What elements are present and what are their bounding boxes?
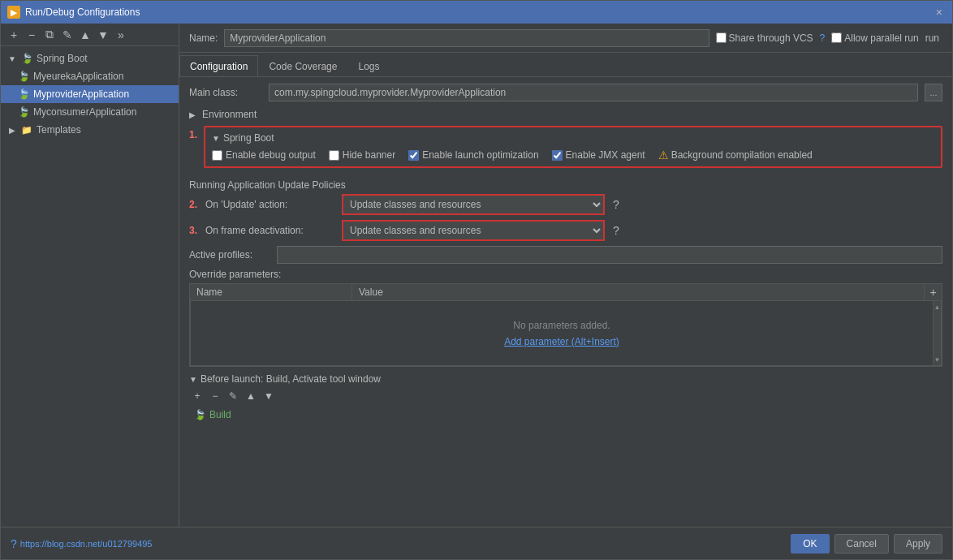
col-value-header: Value	[352, 284, 924, 300]
tab-bar: Configuration Code Coverage Logs	[179, 53, 952, 77]
active-profiles-row: Active profiles:	[189, 246, 942, 264]
allow-parallel-checkbox[interactable]	[831, 32, 842, 43]
dialog-title: Run/Debug Configurations	[25, 6, 140, 18]
enable-launch-checkbox-label[interactable]: Enable launch optimization	[408, 149, 538, 161]
add-parameter-link[interactable]: Add parameter (Alt+Insert)	[504, 336, 619, 347]
active-profiles-label: Active profiles:	[189, 249, 270, 261]
tab-logs[interactable]: Logs	[347, 55, 390, 76]
myconsumer-label: MyconsumerApplication	[33, 106, 136, 118]
right-panel: Name: Share through VCS ? Allow parallel…	[179, 24, 952, 527]
down-before-launch-button[interactable]: ▼	[261, 388, 277, 404]
templates-icon: 📁	[20, 123, 33, 136]
hide-banner-checkbox[interactable]	[329, 150, 339, 161]
sidebar: + − ⧉ ✎ ▲ ▼ » ▼ 🍃 Spring Boot 🍃 Myeureka…	[1, 24, 179, 527]
edit-config-button[interactable]: ✎	[59, 27, 75, 43]
enable-debug-checkbox-label[interactable]: Enable debug output	[212, 149, 316, 161]
edit-before-launch-button[interactable]: ✎	[225, 388, 241, 404]
up-before-launch-button[interactable]: ▲	[243, 388, 259, 404]
name-row: Name: Share through VCS ? Allow parallel…	[179, 24, 952, 53]
main-class-label: Main class:	[189, 87, 262, 98]
enable-launch-checkbox[interactable]	[408, 150, 419, 161]
hide-banner-text: Hide banner	[343, 149, 395, 161]
add-parameter-button[interactable]: +	[924, 284, 942, 300]
sidebar-item-myeureka[interactable]: 🍃 MyeurekaApplication	[1, 67, 179, 85]
frame-deactivation-label: On frame deactivation:	[205, 225, 335, 236]
ok-button[interactable]: OK	[791, 534, 829, 554]
footer-left: ? https://blog.csdn.net/u012799495	[11, 537, 152, 550]
table-scrollbar: ▲ ▼	[934, 301, 942, 366]
header-options: Share through VCS ? Allow parallel run r…	[716, 32, 942, 44]
enable-jmx-text: Enable JMX agent	[566, 149, 645, 161]
step2-label: 2.	[189, 199, 197, 210]
allow-parallel-label[interactable]: Allow parallel run	[831, 32, 918, 44]
enable-debug-checkbox[interactable]	[212, 150, 222, 161]
override-parameters-section: Override parameters: Name Value + No par…	[189, 269, 942, 367]
close-icon[interactable]: ×	[933, 4, 946, 20]
before-launch-section: ▼ Before launch: Build, Activate tool wi…	[189, 373, 942, 422]
name-input[interactable]	[224, 29, 709, 47]
update-action-label: On 'Update' action:	[205, 199, 335, 210]
frame-deactivation-help-icon[interactable]: ?	[613, 224, 619, 237]
browse-main-class-button[interactable]: ...	[925, 84, 942, 101]
tab-configuration[interactable]: Configuration	[179, 55, 258, 76]
dialog-footer: ? https://blog.csdn.net/u012799495 OK Ca…	[1, 527, 952, 559]
update-action-select[interactable]: Update classes and resources Update trig…	[343, 196, 603, 213]
name-label: Name:	[189, 32, 218, 44]
share-vcs-help[interactable]: ?	[820, 32, 826, 44]
allow-parallel-text-overflow: run	[925, 32, 939, 44]
cancel-button[interactable]: Cancel	[834, 534, 889, 554]
enable-launch-text: Enable launch optimization	[422, 149, 538, 161]
enable-jmx-checkbox-label[interactable]: Enable JMX agent	[552, 149, 645, 161]
allow-parallel-text: Allow parallel run	[844, 32, 918, 44]
running-policies-title: Running Application Update Policies	[189, 179, 942, 191]
main-class-input[interactable]	[269, 84, 918, 101]
enable-jmx-checkbox[interactable]	[552, 150, 563, 161]
spring-boot-chevron-icon: ▼	[212, 134, 220, 143]
share-vcs-checkbox[interactable]	[716, 32, 727, 43]
no-parameters-text: No parameters added.	[513, 320, 610, 331]
footer-link[interactable]: https://blog.csdn.net/u012799495	[20, 539, 153, 549]
override-parameters-label: Override parameters:	[189, 269, 942, 280]
apply-button[interactable]: Apply	[894, 534, 942, 554]
myprovider-icon: 🍃	[17, 88, 30, 101]
frame-deactivation-select[interactable]: Update classes and resources Update trig…	[343, 222, 603, 239]
environment-section: ▶ Environment	[189, 106, 942, 123]
sidebar-item-myprovider[interactable]: 🍃 MyproviderApplication	[1, 85, 179, 103]
build-label: Build	[209, 409, 231, 420]
remove-config-button[interactable]: −	[24, 27, 40, 43]
parameters-table: Name Value + No parameters added. Add pa…	[189, 283, 942, 367]
move-up-button[interactable]: ▲	[77, 27, 93, 43]
hide-banner-checkbox-label[interactable]: Hide banner	[329, 149, 395, 161]
active-profiles-input[interactable]	[277, 246, 942, 264]
share-vcs-label[interactable]: Share through VCS	[716, 32, 813, 44]
table-body-container: No parameters added. Add parameter (Alt+…	[190, 301, 942, 366]
before-launch-toggle[interactable]: ▼ Before launch: Build, Activate tool wi…	[189, 373, 942, 385]
myeureka-label: MyeurekaApplication	[33, 71, 123, 82]
scroll-up-button[interactable]: ▲	[934, 301, 941, 312]
add-before-launch-button[interactable]: +	[189, 388, 205, 404]
add-config-button[interactable]: +	[6, 27, 22, 43]
copy-config-button[interactable]: ⧉	[41, 27, 58, 43]
remove-before-launch-button[interactable]: −	[207, 388, 223, 404]
myconsumer-icon: 🍃	[17, 106, 30, 118]
col-name-header: Name	[190, 284, 352, 300]
more-button[interactable]: »	[113, 27, 129, 43]
build-icon: 🍃	[194, 409, 206, 420]
scroll-down-button[interactable]: ▼	[934, 354, 941, 365]
update-action-help-icon[interactable]: ?	[613, 198, 619, 211]
sidebar-item-myconsumer[interactable]: 🍃 MyconsumerApplication	[1, 103, 179, 121]
step1-label: 1.	[189, 129, 197, 140]
bg-compilation-row: ⚠ Background compilation enabled	[658, 149, 813, 162]
environment-toggle[interactable]: ▶ Environment	[189, 106, 942, 123]
move-down-button[interactable]: ▼	[95, 27, 111, 43]
sidebar-item-templates[interactable]: ▶ 📁 Templates	[1, 121, 179, 139]
tab-code-coverage[interactable]: Code Coverage	[258, 55, 347, 76]
footer-help-icon[interactable]: ?	[11, 537, 17, 550]
main-class-row: Main class: ...	[189, 84, 942, 101]
update-action-select-wrapper: Update classes and resources Update trig…	[342, 194, 605, 215]
spring-boot-section-label: Spring Boot	[223, 132, 274, 144]
spring-boot-section: ▼ Spring Boot Enable debug output Hide b…	[204, 126, 942, 168]
sidebar-item-spring-boot[interactable]: ▼ 🍃 Spring Boot	[1, 50, 179, 67]
frame-deactivation-row: 3. On frame deactivation: Update classes…	[189, 220, 942, 241]
step3-label: 3.	[189, 225, 197, 236]
